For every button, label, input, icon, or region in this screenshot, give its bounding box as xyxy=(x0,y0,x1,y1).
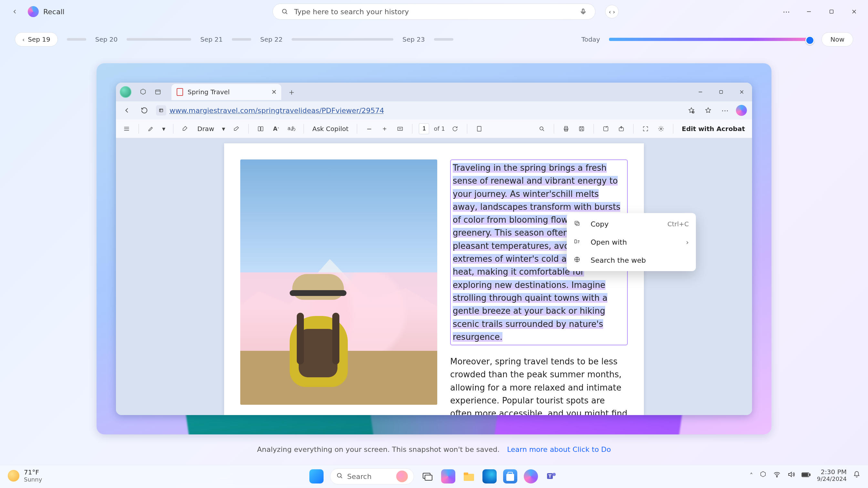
file-explorer-icon[interactable] xyxy=(462,469,476,484)
text-size-icon[interactable]: A⁺ xyxy=(271,123,282,134)
svg-rect-20 xyxy=(575,221,578,224)
teams-icon[interactable]: T xyxy=(545,469,559,484)
recall-maximize-button[interactable] xyxy=(821,3,842,21)
notifications-icon[interactable] xyxy=(853,471,860,480)
status-footer: Analyzing everything on your screen. Thi… xyxy=(257,445,611,453)
recall-title: Recall xyxy=(43,8,65,16)
favorite-star-icon[interactable] xyxy=(686,104,697,116)
contents-icon[interactable] xyxy=(121,123,132,134)
taskbar-clock[interactable]: 2:30 PM 9/24/2024 xyxy=(817,468,847,483)
edge-icon[interactable] xyxy=(483,469,497,484)
translate-icon[interactable]: aあ xyxy=(286,123,297,134)
context-search-web-item[interactable]: Search the web xyxy=(569,251,694,269)
timeline-date-pill[interactable]: ‹ Sep 19 xyxy=(15,32,58,46)
context-open-with-item[interactable]: Open with › xyxy=(569,233,694,251)
svg-rect-8 xyxy=(261,127,263,131)
page-view-icon[interactable] xyxy=(474,123,485,134)
context-copy-item[interactable]: Copy Ctrl+C xyxy=(569,215,694,233)
erase-icon[interactable] xyxy=(231,123,242,134)
start-button[interactable] xyxy=(309,469,323,484)
svg-rect-10 xyxy=(477,126,481,131)
learn-more-link[interactable]: Learn more about Click to Do xyxy=(507,445,611,453)
settings-icon[interactable] xyxy=(655,123,666,134)
recall-search-field[interactable]: Type here to search your history xyxy=(273,4,595,20)
ask-copilot-button[interactable]: Ask Copilot xyxy=(310,125,350,133)
taskview-icon[interactable] xyxy=(421,469,435,484)
copy-icon xyxy=(574,220,584,228)
address-bar[interactable]: www.margiestravel.com/springtravelideas/… xyxy=(156,104,680,117)
tray-icon[interactable] xyxy=(760,471,767,480)
save-icon[interactable] xyxy=(576,123,587,134)
svg-point-0 xyxy=(283,9,286,13)
pdf-page: Traveling in the spring brings a fresh s… xyxy=(224,143,644,415)
new-tab-button[interactable]: ＋ xyxy=(285,86,298,98)
svg-rect-19 xyxy=(576,222,579,225)
workspaces-icon[interactable] xyxy=(137,86,149,98)
highlight-icon[interactable] xyxy=(145,123,156,134)
recall-logo-icon xyxy=(28,6,39,17)
browser-back-button[interactable] xyxy=(121,104,133,116)
taskbar-weather-widget[interactable]: 71°F Sunny xyxy=(8,468,42,483)
browser-refresh-button[interactable] xyxy=(138,104,150,116)
timeline-segment[interactable] xyxy=(291,38,393,41)
recall-search-placeholder: Type here to search your history xyxy=(294,8,580,16)
fullscreen-icon[interactable] xyxy=(640,123,651,134)
chevron-down-icon[interactable]: ▾ xyxy=(161,123,166,134)
favorites-icon[interactable] xyxy=(702,104,714,116)
timeline-today-segment[interactable] xyxy=(609,38,812,41)
timeline-segment[interactable] xyxy=(232,38,251,41)
rotate-icon[interactable] xyxy=(450,123,461,134)
snapshot-window: Spring Travel ✕ ＋ www.margiestravel.com/… xyxy=(97,63,771,434)
two-page-icon[interactable] xyxy=(255,123,266,134)
battery-icon[interactable] xyxy=(802,471,810,479)
timeline-day-label: Sep 23 xyxy=(402,35,425,43)
pen-icon[interactable] xyxy=(180,123,191,134)
status-text: Analyzing everything on your screen. Thi… xyxy=(257,445,500,453)
page-number-input[interactable] xyxy=(419,123,429,134)
share-icon[interactable] xyxy=(616,123,627,134)
window-maximize-button[interactable] xyxy=(711,83,732,101)
print-icon[interactable] xyxy=(561,123,571,134)
zoom-out-icon[interactable]: − xyxy=(364,123,375,134)
taskbar-search[interactable]: Search xyxy=(330,468,414,484)
timeline-segment[interactable] xyxy=(434,38,454,41)
timeline-segment[interactable] xyxy=(127,38,191,41)
timeline-day-label: Sep 21 xyxy=(200,35,223,43)
recall-expand-button[interactable]: ‹ › xyxy=(605,5,619,19)
mic-icon[interactable] xyxy=(580,8,587,15)
timeline-now-button[interactable]: Now xyxy=(822,32,853,46)
chevron-left-icon: ‹ xyxy=(22,36,25,43)
draw-label[interactable]: Draw xyxy=(195,125,216,133)
window-minimize-button[interactable] xyxy=(690,83,711,101)
store-icon[interactable] xyxy=(503,469,517,484)
zoom-in-icon[interactable]: ＋ xyxy=(379,123,390,134)
edit-acrobat-button[interactable]: Edit with Acrobat xyxy=(680,125,747,133)
copilot-app-icon[interactable] xyxy=(524,469,538,484)
recall-minimize-button[interactable] xyxy=(798,3,819,21)
tab-actions-icon[interactable] xyxy=(152,86,164,98)
page-total-label: of 1 xyxy=(434,125,445,132)
recall-back-button[interactable] xyxy=(10,6,20,17)
tray-chevron-icon[interactable]: ˄ xyxy=(750,471,753,479)
wifi-icon[interactable] xyxy=(773,470,781,480)
tab-close-button[interactable]: ✕ xyxy=(271,88,277,96)
profile-avatar-icon[interactable] xyxy=(120,86,131,98)
svg-rect-21 xyxy=(575,240,577,243)
pdf-search-icon[interactable] xyxy=(536,123,547,134)
chevron-down-icon[interactable]: ▾ xyxy=(221,123,226,134)
recall-close-button[interactable] xyxy=(843,3,865,21)
svg-text:T: T xyxy=(548,474,552,479)
copilot-icon[interactable] xyxy=(736,105,747,116)
site-info-icon[interactable] xyxy=(156,105,166,116)
recall-more-button[interactable]: ⋯ xyxy=(776,3,797,21)
volume-icon[interactable] xyxy=(787,470,795,480)
copilot-taskbar-icon[interactable] xyxy=(441,469,455,484)
browser-tab[interactable]: Spring Travel ✕ xyxy=(172,84,281,100)
browser-more-button[interactable]: ⋯ xyxy=(719,104,731,116)
add-note-icon[interactable] xyxy=(600,123,611,134)
document-text[interactable]: Traveling in the spring brings a fresh s… xyxy=(450,159,628,399)
timeline-segment[interactable] xyxy=(67,38,86,41)
window-close-button[interactable] xyxy=(732,83,752,101)
search-icon xyxy=(336,472,343,481)
fit-width-icon[interactable] xyxy=(395,123,406,134)
